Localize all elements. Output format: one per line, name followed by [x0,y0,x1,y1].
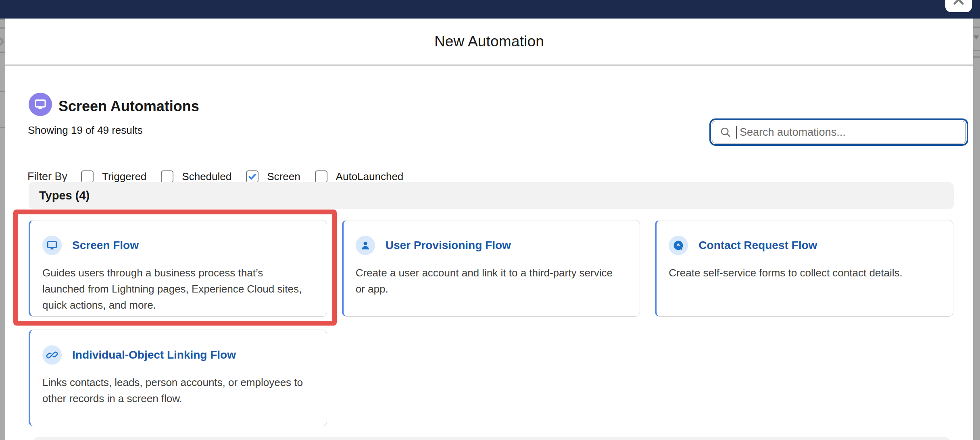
types-section-header: Types (4) [29,182,954,209]
user-icon [356,236,375,255]
filter-option-label: Screen [267,170,300,183]
filter-option-triggered[interactable]: Triggered [81,170,146,183]
check-icon [248,172,256,181]
filter-row: Filter By Triggered Scheduled [27,170,418,183]
filter-option-scheduled[interactable]: Scheduled [161,170,231,183]
monitor-icon [33,98,47,111]
card-title[interactable]: Individual-Object Linking Flow [72,349,236,361]
card-title[interactable]: Screen Flow [72,239,139,252]
monitor-icon [42,236,62,255]
search-box[interactable] [712,121,966,143]
link-icon [42,345,62,365]
results-summary: Showing 19 of 49 results [28,124,143,137]
card-individual-object-linking-flow[interactable]: Individual-Object Linking Flow Links con… [29,330,327,426]
automation-type-cards: Screen Flow Guides users through a busin… [29,220,953,426]
close-icon [951,0,966,7]
checkbox-screen[interactable] [246,170,259,183]
card-description: Create self-service forms to collect con… [669,265,941,281]
modal-header: New Automation [5,19,973,64]
close-button[interactable] [945,0,972,12]
modal-title: New Automation [5,19,973,64]
filter-option-label: Triggered [102,170,146,183]
checkbox-scheduled[interactable] [161,170,173,183]
text-cursor [736,126,737,139]
header-divider [5,64,973,66]
filter-option-label: Scheduled [182,170,231,183]
checkbox-triggered[interactable] [81,170,94,183]
filter-by-label: Filter By [27,170,67,183]
screen-automations-icon [29,93,52,116]
card-contact-request-flow[interactable]: Contact Request Flow Create self-service… [655,220,953,317]
card-description: Create a user account and link it to a t… [356,265,628,297]
scroll-down-arrow-icon [974,35,979,39]
search-input[interactable] [739,126,958,139]
card-user-provisioning-flow[interactable]: User Provisioning Flow Create a user acc… [342,220,640,317]
types-title: Types (4) [39,189,90,202]
card-title[interactable]: Contact Request Flow [699,239,817,252]
filter-option-label: AutoLaunched [336,170,404,183]
card-screen-flow[interactable]: Screen Flow Guides users through a busin… [29,220,327,317]
top-bar [0,0,980,19]
filter-option-autolaunched[interactable]: AutoLaunched [315,170,404,183]
scrollbar[interactable] [973,19,980,440]
search-icon [719,126,732,138]
new-automation-modal: New Automation Screen Automations Showin… [5,19,973,440]
card-title[interactable]: User Provisioning Flow [386,239,511,252]
contact-request-icon [669,236,688,255]
next-section-header [33,437,950,440]
section-title: Screen Automations [58,98,199,115]
card-description: Links contacts, leads, person accounts, … [42,374,315,407]
checkbox-autolaunched[interactable] [315,170,327,183]
filter-option-screen[interactable]: Screen [246,170,300,183]
background-page-left-edge [0,19,5,440]
card-description: Guides users through a business process … [42,265,315,313]
